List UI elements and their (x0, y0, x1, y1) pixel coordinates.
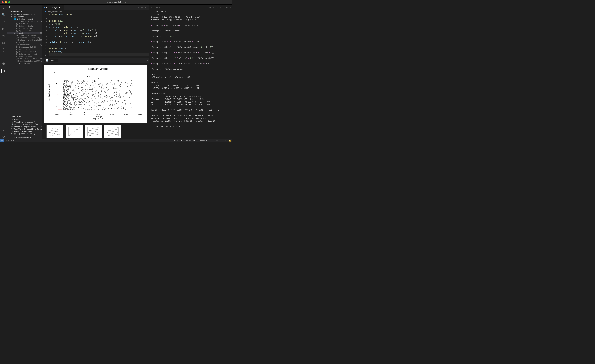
workspace-section-header[interactable]: ⌄WORKSPACE (7, 10, 42, 13)
help-item[interactable]: ⌂Home (7, 119, 42, 121)
python-shell-button[interactable]: ▷ Python (210, 6, 218, 8)
help-item[interactable]: ?Open Help Topic using `?` (7, 121, 42, 123)
tree-leaf[interactable]: {◦}$ residuals : Named num [1:1000… (7, 36, 42, 39)
accounts-icon[interactable]: ☺ (2, 128, 6, 132)
remote-indicator[interactable]: >< (0, 139, 4, 142)
svg-point-418 (85, 81, 85, 82)
cursor-position[interactable]: Ln 14, Col 1 (186, 140, 196, 142)
tree-leaf[interactable]: {◦}$ call : language … (7, 55, 42, 57)
trash-icon[interactable]: 🗑 (226, 6, 228, 8)
bell-icon[interactable]: 🔔 (229, 140, 231, 142)
split-terminal-icon[interactable]: ▯ (223, 6, 225, 8)
settings-icon[interactable]: ⚙ (2, 135, 6, 139)
svg-point-895 (79, 128, 79, 128)
docker-icon[interactable]: ⬢ (2, 62, 6, 66)
svg-point-413 (71, 83, 72, 84)
tree-leaf[interactable]: {◦}$ y : num -3.33 … (7, 29, 42, 32)
close-panel-icon[interactable]: × (230, 6, 231, 8)
svg-point-388 (114, 95, 114, 96)
panel-icon[interactable]: ▤ (159, 6, 160, 8)
explorer-icon[interactable]: 🗎 (2, 6, 6, 10)
tree-leaf[interactable]: {◦}$ x1: num -1.12 … (7, 25, 42, 27)
github-icon[interactable]: ◯ (2, 48, 6, 52)
run-icon[interactable]: ▷ (137, 6, 139, 9)
warnings-count[interactable]: ⚠ 0 (10, 140, 14, 142)
help-item[interactable]: 🔍Search Help Topics using `??` (7, 123, 42, 126)
tree-leaf[interactable]: {◦}$ id: int 1 2 … (7, 22, 42, 25)
editor-tab-active[interactable]: ● data_analysis.R × (42, 5, 64, 10)
open-view-icon[interactable]: ▥ (40, 32, 42, 34)
var-n[interactable]: ◇n num 1000 (7, 62, 42, 64)
close-plot-icon[interactable]: × (56, 59, 57, 62)
svg-point-992 (98, 127, 99, 128)
help-pages-section[interactable]: ⌄HELP PAGES (7, 115, 42, 119)
layout-icon[interactable]: ▥ (156, 6, 157, 8)
run-debug-icon[interactable]: ▷ (2, 27, 6, 31)
svg-point-227 (84, 81, 85, 81)
indent-status[interactable]: Spaces: 2 (198, 140, 207, 142)
svg-text:867: 867 (89, 76, 92, 77)
source-control-icon[interactable]: ⎇ (2, 20, 6, 24)
help-item[interactable]: ›▦Help Topics by Package (7, 132, 42, 135)
svg-point-118 (119, 95, 119, 96)
tree-leaf[interactable]: {◦}$ effects : Named num [1:1000] -… (7, 39, 42, 41)
tree-leaf[interactable]: {◦}$ terms :Classes 'terms', 'formul… (7, 57, 42, 60)
tree-leaf[interactable]: {◦}$ model :'data.frame': 1000 obs. … (7, 60, 42, 62)
tree-leaf[interactable]: {◦}$ coefficients : Named num [1:3]… (7, 34, 42, 36)
tree-leaf[interactable]: {◦}$ assign : int [1:3] 0 1 … (7, 46, 42, 48)
close-icon[interactable]: ✕ (38, 32, 39, 34)
breadcrumb[interactable]: ● data_analysis.R › … (42, 10, 149, 13)
tree-leaf[interactable]: {◦}$ qr :List of 5 (7, 48, 42, 50)
svg-point-333 (92, 82, 92, 83)
r-icon[interactable]: R (1, 69, 6, 73)
share-icon[interactable]: ↗ (2, 55, 6, 59)
maximize-window-button[interactable] (8, 1, 10, 3)
plot-thumb-4[interactable] (104, 125, 121, 138)
terminal-output[interactable]: ="prompt">> q()• rdemo rR version 4.1.3 … (149, 10, 232, 139)
help-item[interactable]: ↓Install CRAN Package (7, 130, 42, 132)
svg-point-887 (77, 130, 77, 130)
code-editor[interactable]: 1234567891011121314 library(data.table) … (42, 13, 149, 58)
svg-point-254 (103, 87, 104, 88)
global-environment[interactable]: ⌄🌐Global Environment (7, 18, 42, 20)
toggle-icon[interactable]: ▢ (154, 6, 155, 8)
close-window-button[interactable] (2, 1, 4, 3)
plot-thumb-2[interactable] (66, 125, 83, 138)
language-mode[interactable]: R (221, 140, 222, 142)
minimize-window-button[interactable] (5, 1, 7, 3)
more-icon[interactable]: ⋯ (145, 6, 147, 9)
warning-icon[interactable]: ⚠ (151, 6, 152, 8)
var-dt[interactable]: ⌄[ ]dt data.table: 1000 obs. of 4 varia… (7, 20, 42, 22)
plot-tab[interactable]: 📊 R Plot × (44, 59, 58, 62)
tree-leaf[interactable]: {◦}$ fitted.values: Named num [1:10… (7, 43, 42, 46)
r-version-status[interactable]: R 4.1.3: 25159 (172, 140, 184, 142)
search-icon[interactable]: 🔍 (2, 13, 6, 17)
new-terminal-icon[interactable]: ＋ (220, 6, 222, 9)
extensions-icon[interactable]: ▦ (2, 41, 6, 45)
plot-more-icon[interactable]: ⋯ (146, 59, 148, 62)
svg-point-555 (105, 106, 106, 107)
svg-point-535 (81, 95, 81, 96)
tree-leaf[interactable]: {◦}$ rank : int 3 (7, 41, 42, 43)
eol-status[interactable]: LF (216, 140, 219, 142)
more-icon[interactable]: ⋯ (39, 6, 41, 8)
panel-toggle-icon[interactable]: ▭ (227, 1, 231, 4)
tree-leaf[interactable]: {◦}$ xlevels : Named list() (7, 53, 42, 55)
encoding-status[interactable]: UTF-8 (209, 140, 214, 142)
tree-leaf[interactable]: {◦}$ df.residual : int 997 (7, 50, 42, 53)
loaded-namespaces[interactable]: ›▦Loaded Namespaces (7, 15, 42, 18)
split-icon[interactable]: ▥ (141, 6, 143, 9)
errors-count[interactable]: ⊘ 0 (6, 140, 9, 142)
help-item[interactable]: abcOpen Help Page for Selected Text (7, 126, 42, 128)
plot-thumb-1[interactable] (46, 125, 64, 138)
feedback-icon[interactable]: ☺ (225, 140, 227, 142)
svg-point-320 (118, 101, 119, 102)
live-share-section[interactable]: ›LIVE SHARE CONTROLS (7, 136, 42, 139)
remote-icon[interactable]: ⧉ (2, 34, 6, 38)
plot-thumb-3[interactable] (85, 125, 102, 138)
attached-namespaces[interactable]: ›▦Attached Namespaces (7, 13, 42, 15)
tree-leaf[interactable]: {◦}$ x2: num -0.681 … (7, 27, 42, 29)
var-model[interactable]: ⌄◇model List of 12✕▥ (7, 32, 42, 34)
close-tab-icon[interactable]: × (62, 6, 63, 9)
help-item[interactable]: ↻Clear Cache & Restart Help Server (7, 128, 42, 130)
